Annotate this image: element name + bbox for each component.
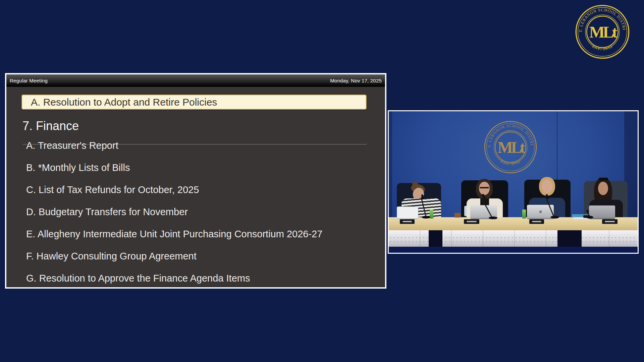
page-background: MT. LEBANON SCHOOL DISTRICT EST. 1912 ML…	[0, 0, 644, 362]
agenda-section-title: 7. Finance	[22, 119, 79, 133]
attendee-3-head	[542, 180, 552, 193]
agenda-item[interactable]: F. Hawley Consulting Group Agreement	[26, 245, 375, 267]
name-plate	[529, 219, 544, 224]
wall-district-seal: MT. LEBANON SCHOOL DISTRICT EST. 1912 ML…	[484, 120, 537, 174]
drink-can	[522, 209, 526, 219]
seal-monogram: MLt	[589, 23, 618, 41]
wall-seal-monogram: MLt	[498, 138, 525, 156]
wall-shadow-left	[389, 111, 392, 218]
laptop	[397, 206, 418, 220]
attendee-4-head	[598, 182, 608, 195]
table-panel-perforations	[389, 236, 638, 244]
agenda-item-list: A. Treasurer's Report B. *Monthly Lists …	[26, 134, 375, 287]
laptop-logo	[539, 210, 542, 213]
table-gap	[429, 230, 442, 247]
timer-block	[454, 213, 461, 218]
agenda-body: A. Resolution to Adopt and Retire Polici…	[6, 87, 385, 287]
table-front-panels	[389, 230, 638, 247]
name-plate	[400, 219, 415, 224]
table-gap	[557, 230, 582, 247]
attendee-4-sunglasses	[599, 178, 608, 180]
water-bottle	[464, 206, 468, 216]
highlighted-agenda-item[interactable]: A. Resolution to Adopt and Retire Polici…	[21, 95, 367, 110]
meeting-date: Monday, Nov 17, 2025	[330, 78, 382, 83]
name-plate	[602, 219, 618, 224]
attendee-2-glasses	[480, 187, 489, 188]
agenda-item[interactable]: A. Treasurer's Report	[26, 134, 375, 157]
agenda-item[interactable]: B. *Monthly Lists of Bills	[26, 157, 375, 179]
highlighted-agenda-item-label: A. Resolution to Adopt and Retire Polici…	[31, 97, 217, 108]
wall-seal-ring-text-bottom: EST. 1912	[500, 159, 521, 166]
agenda-panel: Regular Meeting Monday, Nov 17, 2025 A. …	[5, 73, 386, 289]
name-plate	[464, 219, 479, 224]
attendee-2-head	[479, 182, 490, 195]
floor-strip	[389, 247, 638, 253]
meeting-title: Regular Meeting	[10, 78, 48, 83]
agenda-item[interactable]: C. List of Tax Refunds for October, 2025	[26, 179, 375, 201]
svg-text:EST. 1912: EST. 1912	[591, 44, 613, 51]
seal-ring-text-bottom: EST. 1912	[591, 44, 613, 51]
district-logo-seal: MT. LEBANON SCHOOL DISTRICT EST. 1912 ML…	[575, 4, 630, 59]
agenda-header: Regular Meeting Monday, Nov 17, 2025	[6, 74, 385, 87]
agenda-item[interactable]: E. Allegheny Intermediate Unit Joint Pur…	[26, 223, 375, 245]
agenda-item[interactable]: G. Resolution to Approve the Finance Age…	[26, 267, 375, 287]
video-feed: MT. LEBANON SCHOOL DISTRICT EST. 1912 ML…	[388, 110, 639, 254]
agenda-item[interactable]: D. Budgetary Transfers for November	[26, 201, 375, 223]
svg-text:EST. 1912: EST. 1912	[500, 159, 521, 166]
